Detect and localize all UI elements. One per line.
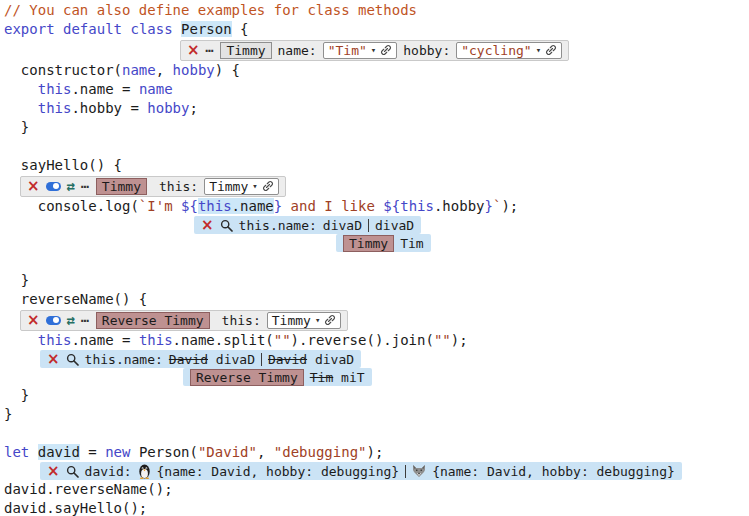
link-icon[interactable] [324, 314, 336, 326]
close-icon[interactable]: × [27, 313, 40, 328]
search-icon[interactable] [66, 353, 79, 366]
example-chip-reverse-timmy[interactable]: Reverse Timmy [190, 369, 304, 386]
old-value: David [169, 352, 208, 367]
code-line: david.reverseName(); [4, 480, 749, 499]
code-token: "" [274, 332, 291, 348]
rerun-icon[interactable]: ⇄ [67, 179, 75, 193]
sayhello-result-widget: Timmy Tim [336, 234, 431, 252]
code-token: david.reverseName(); [4, 481, 173, 497]
more-options-icon[interactable]: ⋯ [81, 180, 90, 193]
code-token [173, 21, 181, 37]
code-token: `I'm [139, 198, 181, 214]
code-token: new [105, 444, 130, 460]
live-toggle-icon[interactable] [46, 316, 61, 325]
reversename-example-widget: × ⇄ ⋯ Reverse Timmy this: Timmy ▾ [20, 310, 348, 331]
close-icon[interactable]: × [187, 43, 200, 58]
value-right: {name: David, hobby: debugging} [432, 462, 675, 481]
code-token: reverseName() { [4, 291, 147, 307]
inline-widget-row: Reverse Timmy Tim miT [4, 368, 749, 386]
more-options-icon[interactable]: ⋯ [206, 44, 215, 57]
code-token: console.log( [4, 198, 139, 214]
more-options-icon[interactable]: ⋯ [81, 314, 90, 327]
code-line-blank [4, 137, 749, 156]
this-label: this: [159, 177, 198, 196]
code-line: } [4, 405, 749, 424]
code-token: "debugging" [274, 444, 367, 460]
code-token: { [232, 21, 249, 37]
code-token: ); [367, 444, 384, 460]
close-icon[interactable]: × [47, 352, 60, 367]
this-value: Timmy [272, 311, 311, 330]
code-line: constructor(name, hobby) { [4, 61, 749, 80]
close-icon[interactable]: × [201, 218, 214, 233]
this-select[interactable]: Timmy ▾ [267, 312, 342, 329]
inline-widget-row: × ⇄ ⋯ Reverse Timmy this: Timmy ▾ [4, 309, 749, 331]
example-chip-timmy[interactable]: Timmy [220, 42, 271, 59]
param-hobby-select[interactable]: "cycling" ▾ [456, 42, 562, 59]
code-token: this [400, 198, 434, 214]
new-value: divaD [216, 352, 255, 367]
code-token: .hobby = [71, 100, 147, 116]
code-token: } [274, 198, 282, 214]
link-icon[interactable] [545, 44, 557, 56]
value-right: David divaD [268, 350, 354, 369]
code-line-blank [4, 424, 749, 443]
code-line: david.sayHello(); [4, 499, 749, 516]
code-token: export [4, 21, 55, 37]
class-example-widget: × ⋯ Timmy name: "Tim" ▾ hobby: "cycling"… [180, 40, 569, 61]
example-chip-reverse-timmy[interactable]: Reverse Timmy [96, 312, 210, 329]
code-line-blank [4, 252, 749, 271]
rerun-icon[interactable]: ⇄ [67, 313, 75, 327]
param-hobby-label: hobby: [403, 41, 450, 60]
code-editor[interactable]: // You can also define examples for clas… [0, 0, 749, 516]
code-token [29, 444, 37, 460]
code-token [4, 100, 38, 116]
code-token: ) { [215, 62, 240, 78]
code-token: "David" [198, 444, 257, 460]
code-line: export default class Person { [4, 20, 749, 39]
code-token: } [4, 387, 29, 403]
example-chip-timmy[interactable]: Timmy [343, 235, 394, 252]
code-line: this.name = this.name.split("").reverse(… [4, 331, 749, 350]
new-value: miT [341, 370, 364, 385]
code-token: this [38, 332, 72, 348]
search-icon[interactable] [66, 465, 79, 478]
code-token: , [257, 444, 274, 460]
code-token: .name [232, 198, 274, 214]
code-line: } [4, 271, 749, 290]
value-left: {name: David, hobby: debugging} [157, 462, 400, 481]
this-select[interactable]: Timmy ▾ [204, 178, 279, 195]
close-icon[interactable]: × [47, 464, 60, 479]
code-token: } [4, 272, 29, 288]
value-left: divaD [323, 216, 362, 235]
value-divider [405, 465, 406, 478]
code-line: reverseName() { [4, 290, 749, 309]
link-icon[interactable] [380, 44, 392, 56]
code-token: david.sayHello(); [4, 500, 147, 516]
value-label: this.name: [85, 350, 163, 369]
result-value: Tim [400, 234, 423, 253]
value-divider [368, 219, 369, 232]
code-token: ${ [383, 198, 400, 214]
param-name-select[interactable]: "Tim" ▾ [323, 42, 398, 59]
param-name-value: "Tim" [328, 41, 367, 60]
code-token: david [38, 444, 80, 460]
code-token: and I like [282, 198, 383, 214]
code-token: .name.split( [173, 332, 274, 348]
this-value: Timmy [209, 177, 248, 196]
link-icon[interactable] [262, 180, 274, 192]
value-right: divaD [375, 216, 414, 235]
code-token: name [139, 81, 173, 97]
live-toggle-icon[interactable] [46, 182, 61, 191]
code-token: ); [451, 332, 468, 348]
code-token: hobby [147, 100, 189, 116]
code-token: constructor( [4, 62, 122, 78]
code-token: "" [434, 332, 451, 348]
close-icon[interactable]: × [27, 179, 40, 194]
inline-widget-row: × ⋯ Timmy name: "Tim" ▾ hobby: "cycling"… [4, 39, 749, 61]
chevron-down-icon: ▾ [252, 177, 257, 196]
example-chip-timmy[interactable]: Timmy [96, 178, 147, 195]
david-value-widget: × david: {name: David, hobby: debugging}… [40, 462, 682, 480]
search-icon[interactable] [220, 219, 233, 232]
code-token: .name = [71, 81, 138, 97]
